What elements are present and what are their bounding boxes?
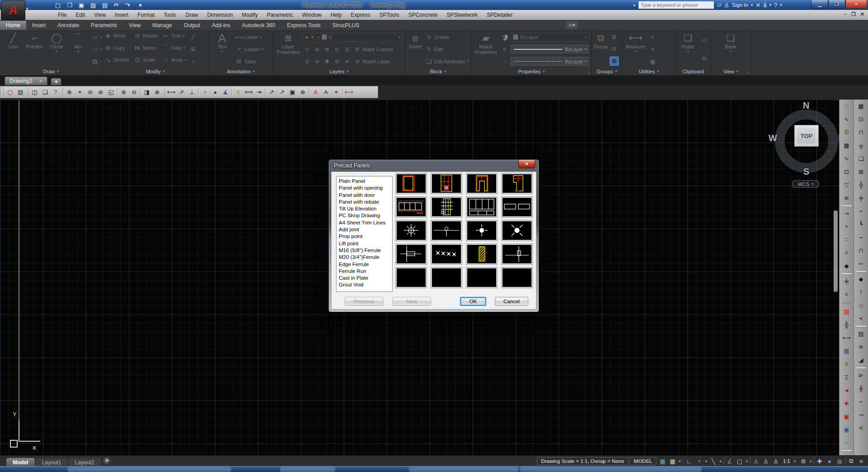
sp-tool-icon[interactable]: ▽ — [840, 178, 854, 191]
status-toggle-icon[interactable]: ✚ — [815, 457, 825, 466]
list-item[interactable]: PC Shop Drawing — [339, 212, 392, 219]
sp-tool-icon[interactable]: ◢ — [854, 353, 868, 367]
menu-item[interactable]: Express — [346, 10, 375, 20]
group-button[interactable]: ⧉ Group — [594, 31, 607, 67]
toolbar-icon[interactable]: ▤ — [15, 87, 26, 97]
ribbon-small-button[interactable]: ◇▾ — [91, 45, 102, 54]
view-compass[interactable]: N S W E TOP WCS▾ — [770, 103, 843, 194]
qat-button[interactable]: ↷▾ — [123, 1, 133, 9]
sp-tool-icon[interactable]: ⊺ — [840, 452, 854, 455]
sp-tool-icon[interactable]: ⊠ — [854, 165, 868, 178]
panel-title-annotation[interactable]: Annotation▾ — [209, 67, 273, 75]
ribbon-small-button[interactable]: ⟷Linear▾ — [235, 33, 263, 42]
mdi-restore-icon[interactable]: ❐ — [851, 11, 856, 17]
thumb-lift-point[interactable] — [431, 220, 462, 241]
next-button[interactable]: Next — [392, 297, 431, 306]
toolbar-icon[interactable]: ⟺ — [243, 87, 254, 97]
make-current-button[interactable]: ≣Make Current — [354, 45, 393, 54]
object-color-combo[interactable]: ByLayer▾ — [511, 33, 589, 42]
list-item[interactable]: A4 Sheet Trim Lines — [339, 219, 392, 226]
ribbon-tab[interactable]: StrucPLUS — [327, 21, 365, 30]
toolbar-icon[interactable]: ∡ — [220, 87, 231, 97]
toolbar-icon[interactable]: ◕ — [210, 87, 220, 97]
sp-tool-icon[interactable]: ◄ — [840, 384, 854, 397]
clipboard-tool-icon[interactable]: ⧉ — [700, 54, 708, 62]
ribbon-tab[interactable]: Insert — [26, 21, 52, 30]
sp-tool-icon[interactable]: ≺ — [854, 312, 868, 325]
toolbar-icon[interactable]: ❏ — [40, 87, 50, 97]
layer-tool-icon[interactable]: ≋ — [343, 57, 351, 66]
toolbar-icon[interactable]: ▣ — [287, 87, 298, 97]
toolbar-icon[interactable]: ▢ — [5, 87, 15, 97]
menu-item[interactable]: File — [53, 10, 71, 20]
thumb-grout-void[interactable] — [502, 244, 532, 264]
minimize-button[interactable]: ▁ — [811, 0, 828, 9]
measure-button[interactable]: ⟷ Measure ▾ — [625, 31, 646, 67]
close-button[interactable]: ✕ — [845, 0, 867, 9]
ribbon-small-button[interactable]: ✛Create — [425, 33, 469, 42]
menu-item[interactable]: Insert — [110, 10, 133, 20]
toolbar-icon[interactable]: A — [310, 87, 321, 97]
dialog-title[interactable]: Precast Panels — [329, 160, 539, 172]
list-item[interactable]: M16 (5/8") Ferrule — [339, 247, 392, 254]
match-properties-button[interactable]: ▰ Match Properties — [474, 31, 498, 67]
help-arrow-icon[interactable]: ▾ — [780, 3, 782, 7]
dialog-close-button[interactable]: ✕ — [518, 160, 535, 168]
ribbon-small-button[interactable]: ≈ — [189, 57, 197, 66]
layer-tool-icon[interactable]: ⊛ — [313, 57, 321, 66]
sp-tool-icon[interactable]: ∽ — [854, 231, 868, 244]
mdi-close-icon[interactable]: ✕ — [860, 11, 864, 17]
status-toggle-icon[interactable]: ▦ — [668, 457, 678, 466]
ribbon-tab[interactable]: Output — [178, 21, 206, 30]
qat-button[interactable]: ▢ — [52, 1, 62, 9]
menu-item[interactable]: Dimension — [203, 10, 237, 20]
communication-center-icon[interactable]: ǻ — [763, 2, 766, 9]
sp-tool-icon[interactable]: ⊡ — [840, 165, 854, 178]
sp-tool-icon[interactable]: ⊸ — [854, 408, 868, 421]
sp-tool-icon[interactable]: ◆ — [854, 272, 868, 286]
compass-west[interactable]: W — [768, 133, 777, 143]
list-item[interactable]: Grout Void — [339, 281, 392, 288]
panel-title-draw[interactable]: Draw▾ — [0, 67, 102, 75]
status-toggle-icon[interactable]: ▾ — [718, 457, 723, 466]
thumb-plain-panel[interactable] — [396, 173, 427, 194]
status-toggle-icon[interactable]: ≡ — [856, 457, 866, 466]
status-toggle-icon[interactable]: ▾ — [808, 457, 813, 466]
status-toggle-icon[interactable]: ▢ — [735, 457, 745, 466]
sp-tool-icon[interactable]: ❏ — [854, 152, 868, 165]
ribbon-small-button[interactable]: ⧉Copy — [104, 43, 131, 52]
restore-button[interactable]: ❐ — [828, 0, 845, 9]
toolbar-icon[interactable]: ⇗ — [176, 87, 187, 97]
toolbar-icon[interactable]: ? — [50, 87, 61, 97]
ribbon-tab[interactable]: View — [123, 21, 147, 30]
new-drawing-tab-button[interactable]: ✚ — [51, 78, 61, 85]
menu-item[interactable]: View — [90, 10, 110, 20]
list-item[interactable]: Edge Ferrule — [339, 261, 392, 268]
thumb-empty-3[interactable] — [466, 267, 497, 288]
lineweight-combo[interactable]: ByLayer▾ — [511, 45, 589, 53]
ribbon-small-button[interactable]: ▨▾ — [91, 57, 102, 66]
toolbar-icon[interactable]: ⊗ — [152, 87, 162, 97]
toolbar-icon[interactable]: ⊥ — [187, 87, 197, 97]
panel-title-properties[interactable]: Properties▾ — [471, 67, 591, 75]
toolbar-icon[interactable] — [61, 87, 64, 97]
ribbon-tab[interactable]: Home — [0, 21, 26, 30]
layer-tool-icon[interactable]: ⊗ — [323, 45, 331, 53]
cancel-button[interactable]: Cancel — [495, 297, 528, 306]
toolbar-icon[interactable]: ⊕ — [298, 87, 308, 97]
layer-tool-icon[interactable]: ⊖ — [303, 57, 311, 66]
menu-item[interactable]: SPTools — [375, 10, 404, 20]
taskbar-app-segment[interactable] — [280, 467, 335, 472]
sp-tool-icon[interactable]: ⊡ — [854, 113, 868, 126]
layout-tab[interactable]: Layout2 — [68, 458, 100, 467]
lineweight-icon[interactable]: ≡ — [500, 45, 508, 53]
sp-tool-icon[interactable]: ⊓ — [854, 244, 868, 257]
sp-tool-icon[interactable]: ✕ — [840, 436, 854, 449]
menu-item[interactable]: SPSteelwork — [442, 10, 482, 20]
thumb-empty-1[interactable] — [396, 267, 427, 288]
sp-tool-icon[interactable]: ◆ — [840, 259, 854, 272]
ribbon-tab[interactable]: Autodesk 360 — [236, 21, 281, 30]
toolbar-icon[interactable] — [1, 87, 5, 97]
panel-title-layers[interactable]: Layers▾ — [273, 67, 405, 75]
sp-tool-icon[interactable]: • — [840, 220, 854, 233]
